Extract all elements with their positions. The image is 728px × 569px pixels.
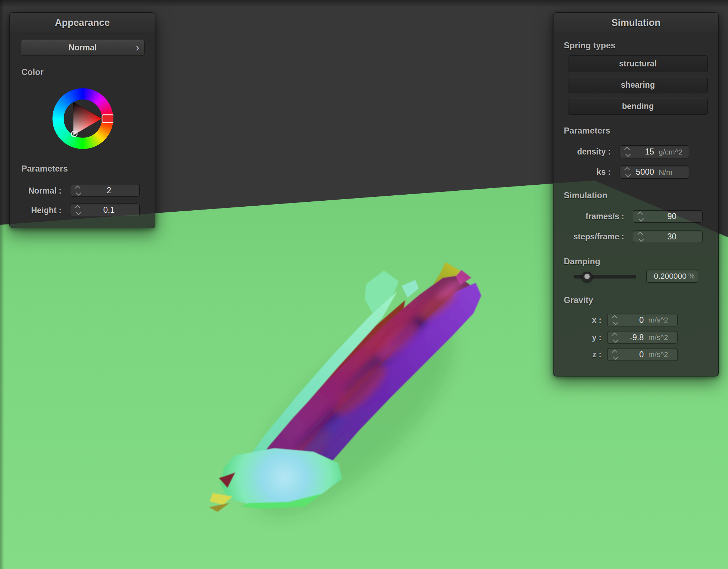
steps-label: steps/frame : — [553, 231, 624, 242]
ks-spinner[interactable]: 5000 N/m — [620, 166, 689, 179]
normal-spinner-value[interactable]: 2 — [82, 186, 136, 195]
ks-unit: N/m — [654, 168, 685, 177]
spinner-up-icon[interactable] — [75, 205, 80, 211]
frames-value[interactable]: 90 — [645, 212, 699, 221]
height-row-label: Height : — [10, 205, 61, 216]
hue-marker[interactable] — [102, 115, 113, 123]
viewport: Appearance Normal › Color — [0, 0, 728, 569]
spinner-up-icon[interactable] — [75, 185, 80, 191]
damping-value-box[interactable]: 0.200000 % — [646, 270, 698, 283]
gravity-x-value[interactable]: 0 — [619, 315, 644, 325]
sim-parameters-label: Parameters — [564, 126, 610, 136]
steps-value[interactable]: 30 — [645, 232, 699, 242]
damping-unit: % — [688, 272, 695, 280]
spinner-up-icon[interactable] — [637, 232, 643, 237]
spinner-up-icon[interactable] — [612, 349, 617, 355]
frames-label: frames/s : — [553, 211, 624, 222]
spinner-up-icon[interactable] — [612, 315, 617, 321]
gravity-x-label: x : — [553, 315, 601, 325]
gravity-y-value[interactable]: -9.8 — [619, 333, 644, 342]
simulation-panel: Simulation Spring types structural shear… — [553, 12, 719, 376]
spring-bending-label: bending — [622, 102, 654, 111]
sv-triangle[interactable] — [73, 102, 102, 135]
spinner-down-icon[interactable] — [638, 236, 644, 242]
spinner-down-icon[interactable] — [625, 172, 631, 177]
spinner-down-icon[interactable] — [76, 210, 81, 215]
spinner-up-icon[interactable] — [624, 147, 630, 152]
dropdown-chevron-icon: › — [136, 42, 139, 53]
damping-label: Damping — [564, 256, 600, 266]
normal-spinner[interactable]: 2 — [70, 184, 140, 197]
density-unit: g/cm^2 — [654, 148, 685, 156]
spinner-up-icon[interactable] — [612, 332, 617, 338]
gravity-x-unit: m/s^2 — [644, 316, 674, 324]
height-spinner-value[interactable]: 0.1 — [82, 205, 136, 215]
damping-value[interactable]: 0.200000 — [650, 272, 686, 281]
spring-shearing-button[interactable]: shearing — [568, 77, 708, 93]
gravity-label: Gravity — [564, 295, 593, 305]
spinner-down-icon[interactable] — [625, 151, 631, 157]
spring-bending-button[interactable]: bending — [568, 98, 708, 115]
height-spinner[interactable]: 0.1 — [70, 204, 140, 216]
appearance-parameters-label: Parameters — [21, 164, 68, 174]
ks-value[interactable]: 5000 — [632, 167, 654, 177]
appearance-header[interactable]: Appearance — [10, 13, 155, 33]
gravity-y-label: y : — [553, 332, 601, 343]
gravity-x-spinner[interactable]: 0 m/s^2 — [607, 314, 678, 326]
spinner-down-icon[interactable] — [613, 354, 619, 360]
gravity-y-spinner[interactable]: -9.8 m/s^2 — [607, 331, 678, 344]
spinner-down-icon[interactable] — [76, 190, 81, 196]
density-spinner[interactable]: 15 g/cm^2 — [620, 145, 689, 158]
sim-section-label: Simulation — [564, 190, 607, 200]
spring-types-label: Spring types — [564, 40, 615, 50]
shader-dropdown-value: Normal — [69, 43, 97, 53]
appearance-panel: Appearance Normal › Color — [9, 12, 155, 228]
gravity-y-unit: m/s^2 — [644, 333, 674, 342]
ks-label: ks : — [553, 167, 611, 177]
spinner-down-icon[interactable] — [613, 320, 619, 325]
spring-structural-button[interactable]: structural — [568, 55, 708, 72]
density-label: density : — [553, 146, 611, 157]
gravity-z-label: z : — [553, 349, 601, 360]
density-value[interactable]: 15 — [632, 147, 654, 157]
appearance-title: Appearance — [55, 17, 110, 28]
gravity-z-spinner[interactable]: 0 m/s^2 — [607, 348, 678, 361]
shader-dropdown[interactable]: Normal › — [21, 40, 145, 56]
spinner-down-icon[interactable] — [638, 216, 644, 222]
simulation-title: Simulation — [611, 17, 660, 28]
normal-row-label: Normal : — [10, 185, 61, 196]
spinner-up-icon[interactable] — [624, 167, 630, 173]
spring-structural-label: structural — [619, 59, 657, 69]
spinner-down-icon[interactable] — [613, 337, 619, 343]
gravity-z-value[interactable]: 0 — [619, 350, 644, 359]
steps-spinner[interactable]: 30 — [633, 231, 703, 243]
spinner-up-icon[interactable] — [637, 211, 643, 217]
color-wheel[interactable] — [52, 88, 113, 149]
damping-slider-knob[interactable] — [582, 272, 592, 282]
frames-spinner[interactable]: 90 — [633, 210, 703, 223]
color-section-label: Color — [21, 67, 44, 77]
spring-shearing-label: shearing — [621, 80, 655, 90]
gravity-z-unit: m/s^2 — [644, 350, 674, 359]
simulation-header[interactable]: Simulation — [553, 13, 718, 33]
